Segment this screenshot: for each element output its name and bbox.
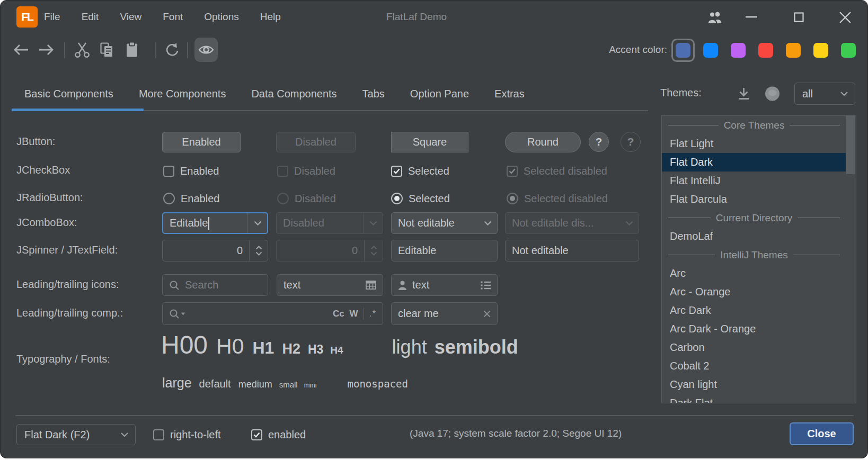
round-button[interactable]: Round — [505, 132, 581, 152]
github-icon[interactable] — [764, 85, 781, 102]
themes-filter-combo[interactable]: all — [794, 83, 855, 105]
theme-item-cobalt-2[interactable]: Cobalt 2 — [662, 357, 846, 375]
close-button[interactable]: Close — [790, 422, 854, 445]
tab-more-components[interactable]: More Components — [139, 88, 226, 100]
menu-help[interactable]: Help — [260, 11, 281, 23]
textfield-editable[interactable]: Editable — [391, 240, 498, 261]
theme-item-demolaf[interactable]: DemoLaf — [662, 227, 846, 246]
spinner-arrows[interactable] — [249, 240, 268, 261]
clear-me-field[interactable]: clear me — [391, 302, 498, 325]
accent-swatch-1[interactable] — [703, 43, 718, 58]
enabled-checkbox[interactable]: enabled — [251, 427, 306, 442]
menu-file[interactable]: File — [44, 11, 60, 23]
theme-item-flat-light[interactable]: Flat Light — [662, 134, 846, 153]
chevron-down-icon[interactable] — [478, 213, 497, 233]
chevron-down-icon — [363, 213, 383, 233]
copy-icon[interactable] — [100, 42, 114, 57]
tab-tabs[interactable]: Tabs — [362, 88, 385, 100]
accent-swatch-color[interactable] — [703, 43, 718, 58]
users-icon[interactable] — [706, 10, 723, 24]
search-dropdown-icon[interactable] — [169, 309, 185, 319]
accent-swatch-color[interactable] — [758, 43, 773, 58]
accent-swatch-color[interactable] — [813, 43, 828, 58]
radio-circle[interactable] — [391, 193, 403, 204]
accent-swatch-6[interactable] — [841, 43, 856, 58]
match-case-button[interactable]: Cc — [333, 309, 344, 319]
theme-item-arc[interactable]: Arc — [662, 264, 846, 283]
maximize-icon[interactable] — [794, 12, 804, 22]
textfield-trailing-table[interactable]: text — [277, 274, 383, 296]
laf-combo[interactable]: Flat Dark (F2) — [16, 424, 136, 445]
help-button[interactable]: ? — [589, 132, 609, 152]
close-icon[interactable] — [839, 12, 851, 23]
menu-view[interactable]: View — [120, 11, 141, 23]
theme-item-flat-dark[interactable]: Flat Dark — [662, 153, 846, 172]
refresh-icon[interactable] — [164, 42, 180, 58]
tab-extras[interactable]: Extras — [494, 88, 525, 100]
paste-icon[interactable] — [126, 42, 138, 57]
forward-icon[interactable] — [38, 43, 55, 56]
search-with-options-field[interactable]: Cc W .* — [162, 302, 383, 325]
enabled-button[interactable]: Enabled — [162, 132, 241, 152]
menu-font[interactable]: Font — [163, 11, 183, 23]
theme-item-flat-intellij[interactable]: Flat IntelliJ — [662, 172, 846, 190]
clear-x-icon[interactable] — [483, 310, 491, 318]
rtl-checkbox[interactable]: right-to-left — [153, 427, 221, 442]
radio-label: Selected — [409, 193, 450, 205]
checkbox-box — [507, 166, 518, 177]
theme-item-flat-darcula[interactable]: Flat Darcula — [662, 190, 846, 209]
checkbox-box[interactable] — [251, 429, 262, 440]
accent-swatch-2[interactable] — [731, 43, 746, 58]
theme-item-cyan-light[interactable]: Cyan light — [662, 375, 846, 394]
accent-swatch-3[interactable] — [758, 43, 773, 58]
checkbox-enabled[interactable]: Enabled — [163, 164, 219, 178]
theme-item-carbon[interactable]: Carbon — [662, 338, 846, 357]
whole-word-button[interactable]: W — [350, 309, 358, 319]
accent-swatch-color[interactable] — [731, 43, 746, 58]
tab-data-components[interactable]: Data Components — [251, 88, 336, 100]
cut-icon[interactable] — [74, 41, 91, 58]
chevron-down-icon[interactable] — [247, 213, 267, 233]
square-button[interactable]: Square — [391, 132, 468, 152]
menu-options[interactable]: Options — [204, 11, 238, 23]
spinner[interactable]: 0 — [162, 240, 268, 261]
textfield-leading-person[interactable]: text — [391, 274, 498, 296]
theme-item-dark-flat[interactable]: Dark Flat — [662, 394, 846, 403]
combobox-editable[interactable]: Editable — [162, 212, 268, 234]
minimize-icon[interactable] — [746, 16, 757, 18]
list-icon[interactable] — [481, 281, 491, 290]
combobox-value: Editable — [170, 217, 208, 229]
search-field[interactable]: Search — [162, 274, 268, 296]
theme-item-arc-dark---orange[interactable]: Arc Dark - Orange — [662, 320, 846, 338]
checkbox-box[interactable] — [153, 429, 164, 440]
download-icon[interactable] — [737, 87, 751, 101]
radio-enabled[interactable]: Enabled — [163, 191, 219, 206]
checkbox-selected[interactable]: Selected — [391, 164, 449, 178]
menu-edit[interactable]: Edit — [82, 11, 99, 23]
accent-swatch-color[interactable] — [786, 43, 801, 58]
table-icon[interactable] — [366, 281, 376, 290]
accent-swatch-0[interactable] — [676, 43, 690, 58]
app-window: FL FileEditViewFontOptionsHelp FlatLaf D… — [0, 0, 868, 458]
accent-swatch-5[interactable] — [813, 43, 828, 58]
h4-sample: H4 — [330, 345, 343, 356]
chevron-down-icon[interactable] — [255, 251, 262, 256]
themes-scrollbar-thumb[interactable] — [846, 115, 855, 174]
radio-selected[interactable]: Selected — [391, 191, 450, 206]
radio-circle[interactable] — [163, 193, 175, 204]
spinner-value[interactable]: 0 — [163, 240, 249, 261]
theme-item-arc-dark[interactable]: Arc Dark — [662, 301, 846, 320]
checkbox-box[interactable] — [163, 166, 174, 177]
combobox-not-editable[interactable]: Not editable — [391, 212, 498, 234]
accent-swatch-4[interactable] — [786, 43, 801, 58]
checkbox-box[interactable] — [391, 166, 402, 177]
tab-basic-components[interactable]: Basic Components — [24, 88, 113, 100]
chevron-up-icon[interactable] — [255, 246, 262, 250]
show-hidden-eye-icon[interactable] — [194, 38, 218, 62]
theme-item-arc---orange[interactable]: Arc - Orange — [662, 283, 846, 301]
accent-swatch-color[interactable] — [676, 43, 690, 58]
back-icon[interactable] — [13, 43, 29, 56]
regex-button[interactable]: .* — [369, 309, 376, 319]
tab-option-pane[interactable]: Option Pane — [410, 88, 469, 100]
accent-swatch-color[interactable] — [841, 43, 856, 58]
